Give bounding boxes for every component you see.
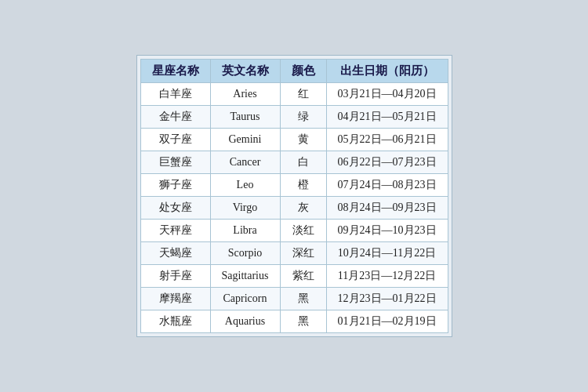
cell-date: 05月22日—06月21日 (326, 129, 448, 151)
col-header-english: 英文名称 (210, 60, 280, 83)
cell-chinese: 天蝎座 (140, 242, 210, 265)
cell-english: Taurus (210, 106, 280, 129)
table-row: 天秤座Libra淡红09月24日—10月23日 (140, 220, 448, 242)
cell-english: Gemini (210, 129, 280, 151)
cell-date: 07月24日—08月23日 (326, 174, 448, 197)
cell-date: 12月23日—01月22日 (326, 288, 448, 310)
cell-color: 黑 (280, 310, 326, 333)
table-row: 金牛座Taurus绿04月21日—05月21日 (140, 106, 448, 129)
col-header-chinese: 星座名称 (140, 60, 210, 83)
cell-english: Libra (210, 220, 280, 242)
cell-color: 白 (280, 151, 326, 174)
cell-english: Sagittarius (210, 265, 280, 288)
cell-chinese: 金牛座 (140, 106, 210, 129)
cell-chinese: 水瓶座 (140, 310, 210, 333)
table-row: 天蝎座Scorpio深红10月24日—11月22日 (140, 242, 448, 265)
cell-english: Leo (210, 174, 280, 197)
cell-english: Scorpio (210, 242, 280, 265)
cell-chinese: 处女座 (140, 197, 210, 220)
cell-chinese: 摩羯座 (140, 288, 210, 310)
table-row: 摩羯座Capricorn黑12月23日—01月22日 (140, 288, 448, 310)
table-row: 双子座Gemini黄05月22日—06月21日 (140, 129, 448, 151)
cell-color: 灰 (280, 197, 326, 220)
cell-chinese: 射手座 (140, 265, 210, 288)
cell-date: 08月24日—09月23日 (326, 197, 448, 220)
cell-date: 10月24日—11月22日 (326, 242, 448, 265)
cell-color: 橙 (280, 174, 326, 197)
table-row: 狮子座Leo橙07月24日—08月23日 (140, 174, 448, 197)
cell-english: Cancer (210, 151, 280, 174)
table-container: 星座名称 英文名称 颜色 出生日期（阳历） 白羊座Aries红03月21日—04… (136, 55, 452, 337)
cell-chinese: 狮子座 (140, 174, 210, 197)
cell-date: 04月21日—05月21日 (326, 106, 448, 129)
cell-english: Capricorn (210, 288, 280, 310)
cell-chinese: 白羊座 (140, 83, 210, 106)
table-header-row: 星座名称 英文名称 颜色 出生日期（阳历） (140, 60, 448, 83)
cell-date: 09月24日—10月23日 (326, 220, 448, 242)
cell-date: 11月23日—12月22日 (326, 265, 448, 288)
table-row: 处女座Virgo灰08月24日—09月23日 (140, 197, 448, 220)
cell-date: 03月21日—04月20日 (326, 83, 448, 106)
table-row: 射手座Sagittarius紫红11月23日—12月22日 (140, 265, 448, 288)
cell-chinese: 巨蟹座 (140, 151, 210, 174)
cell-color: 红 (280, 83, 326, 106)
cell-color: 绿 (280, 106, 326, 129)
cell-english: Aquarius (210, 310, 280, 333)
table-row: 水瓶座Aquarius黑01月21日—02月19日 (140, 310, 448, 333)
table-row: 巨蟹座Cancer白06月22日—07月23日 (140, 151, 448, 174)
table-row: 白羊座Aries红03月21日—04月20日 (140, 83, 448, 106)
cell-chinese: 双子座 (140, 129, 210, 151)
cell-english: Virgo (210, 197, 280, 220)
zodiac-table: 星座名称 英文名称 颜色 出生日期（阳历） 白羊座Aries红03月21日—04… (140, 59, 448, 333)
cell-color: 淡红 (280, 220, 326, 242)
cell-color: 黑 (280, 288, 326, 310)
cell-date: 01月21日—02月19日 (326, 310, 448, 333)
cell-color: 黄 (280, 129, 326, 151)
cell-date: 06月22日—07月23日 (326, 151, 448, 174)
col-header-date: 出生日期（阳历） (326, 60, 448, 83)
cell-color: 深红 (280, 242, 326, 265)
cell-color: 紫红 (280, 265, 326, 288)
col-header-color: 颜色 (280, 60, 326, 83)
cell-chinese: 天秤座 (140, 220, 210, 242)
cell-english: Aries (210, 83, 280, 106)
